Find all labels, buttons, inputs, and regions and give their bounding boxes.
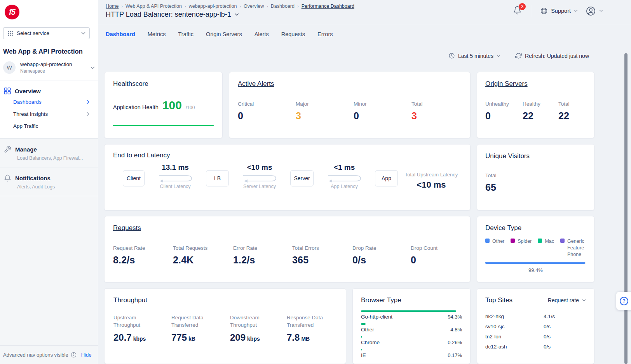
error-rate-label: Error Rate bbox=[233, 245, 292, 251]
title-chevron-down-icon[interactable] bbox=[235, 13, 239, 16]
downstream-throughput-metric: Downstream Throughput 209kbps bbox=[230, 313, 287, 343]
refresh-label: Refresh: Updated just now bbox=[525, 53, 589, 59]
total-servers-label: Total bbox=[558, 101, 586, 107]
device-type-title: Device Type bbox=[485, 224, 586, 232]
server-node: Server bbox=[290, 170, 314, 186]
total-requests-value: 2.4K bbox=[173, 254, 233, 266]
overview-label: Overview bbox=[15, 88, 41, 94]
vertical-scrollbar[interactable] bbox=[624, 53, 628, 364]
notifications-label: Notifications bbox=[15, 175, 51, 181]
select-service-label: Select service bbox=[17, 30, 49, 36]
refresh-button[interactable]: Refresh: Updated just now bbox=[515, 52, 589, 59]
upstream-throughput-metric: Upstream Throughput 20.7kbps bbox=[113, 313, 171, 343]
tab-alerts[interactable]: Alerts bbox=[254, 31, 269, 40]
critical-alerts-metric: Critical 0 bbox=[238, 101, 296, 122]
help-button[interactable]: ? bbox=[616, 292, 631, 310]
sidebar-item-overview[interactable]: Overview bbox=[0, 86, 98, 96]
account-menu-button[interactable] bbox=[586, 6, 603, 16]
support-menu-button[interactable]: Support bbox=[540, 7, 578, 15]
notifications-bell-button[interactable]: 3 bbox=[513, 6, 524, 16]
total-upstream-latency-value: <10 ms bbox=[404, 180, 458, 190]
tab-origin-servers[interactable]: Origin Servers bbox=[206, 31, 242, 40]
main-content: Home › Web App & API Protection › webapp… bbox=[98, 0, 631, 364]
top-sites-sort-dropdown[interactable]: Request rate bbox=[548, 297, 586, 303]
critical-label: Critical bbox=[238, 101, 296, 107]
response-data-metric: Response Data Transferred 7.8MB bbox=[287, 313, 337, 343]
sidebar-item-threat-insights[interactable]: Threat Insights bbox=[0, 108, 98, 120]
health-progress-track bbox=[113, 125, 214, 126]
breadcrumb-overview[interactable]: Overview bbox=[244, 3, 264, 9]
manage-subtitle: Load Balancers, App Firewal... bbox=[17, 155, 94, 161]
sort-label: Request rate bbox=[548, 297, 579, 303]
chevron-down-icon bbox=[497, 55, 500, 57]
server-latency-hop: <10 ms Server Latency bbox=[229, 163, 290, 189]
sidebar-item-dashboards[interactable]: Dashboards bbox=[0, 96, 98, 108]
visitors-total-value: 65 bbox=[485, 182, 586, 193]
minor-label: Minor bbox=[354, 101, 411, 107]
time-range-label: Last 5 minutes bbox=[458, 53, 493, 59]
sidebar-item-manage[interactable]: Manage Load Balancers, App Firewal... bbox=[0, 139, 98, 167]
breadcrumb-namespace[interactable]: webapp-api-protection bbox=[189, 3, 237, 9]
client-node: Client bbox=[123, 170, 145, 186]
select-service-dropdown[interactable]: Select service bbox=[3, 27, 90, 39]
request-rate-value: 8.2/s bbox=[113, 254, 173, 266]
total-upstream-latency: Total Upstream Latency <10 ms bbox=[404, 172, 458, 190]
healthy-value: 22 bbox=[523, 110, 558, 122]
breadcrumb-waap[interactable]: Web App & API Protection bbox=[126, 3, 182, 9]
top-sites-title: Top Sites bbox=[485, 296, 512, 304]
device-type-bar-track bbox=[485, 262, 586, 264]
device-type-card: Device Type Other Spider Mac Generic Fea… bbox=[477, 216, 594, 282]
tab-errors[interactable]: Errors bbox=[317, 31, 333, 40]
tab-requests[interactable]: Requests bbox=[281, 31, 305, 40]
app-latency-label: App Latency bbox=[331, 184, 358, 189]
drop-count-value: 0 bbox=[411, 254, 462, 266]
sidebar-item-app-traffic[interactable]: App Traffic bbox=[0, 120, 98, 132]
health-score-value: 100 bbox=[162, 99, 182, 112]
tab-dashboard[interactable]: Dashboard bbox=[106, 31, 135, 40]
breadcrumb-home[interactable]: Home bbox=[106, 3, 119, 9]
product-title: Web App & API Protection bbox=[0, 39, 98, 55]
chevron-down-icon bbox=[91, 66, 95, 69]
throughput-card: Throughput Upstream Throughput 20.7kbps … bbox=[104, 288, 346, 364]
unique-visitors-title: Unique Visitors bbox=[485, 152, 586, 160]
threat-insights-label: Threat Insights bbox=[13, 111, 48, 117]
page-tabs: Dashboard Metrics Traffic Origin Servers… bbox=[106, 31, 333, 40]
healthscore-title: Healthscore bbox=[113, 80, 214, 88]
breadcrumb-separator: › bbox=[297, 4, 299, 9]
hide-advanced-nav-link[interactable]: Hide bbox=[81, 352, 92, 358]
origin-servers-title-link[interactable]: Origin Servers bbox=[485, 80, 586, 88]
lb-node: LB bbox=[206, 170, 229, 186]
application-health-label: Application Health bbox=[113, 104, 159, 110]
app-traffic-label: App Traffic bbox=[13, 123, 38, 129]
app-node: App bbox=[375, 170, 398, 186]
tab-traffic[interactable]: Traffic bbox=[178, 31, 193, 40]
total-requests-metric: Total Requests 2.4K bbox=[173, 245, 233, 266]
namespace-switcher[interactable]: W webapp-api-protection Namespace bbox=[3, 61, 95, 80]
end-to-end-latency-card: End to end Latency Client 13.1 ms Client… bbox=[104, 144, 471, 211]
site-row-dc12-ash: dc12-ash0/s bbox=[485, 341, 586, 352]
latency-title: End to end Latency bbox=[113, 152, 462, 159]
site-row-sv10-sjc: sv10-sjc0/s bbox=[485, 321, 586, 331]
requests-title-link[interactable]: Requests bbox=[113, 224, 462, 232]
sidebar-item-notifications[interactable]: Notifications Alerts, Audit Logs bbox=[0, 167, 98, 196]
time-range-selector[interactable]: Last 5 minutes bbox=[448, 52, 500, 59]
total-upstream-latency-label: Total Upstream Latency bbox=[404, 172, 458, 178]
chevron-down-icon bbox=[599, 10, 603, 12]
drop-count-label: Drop Count bbox=[411, 245, 462, 251]
client-latency-label: Client Latency bbox=[160, 184, 190, 189]
notifications-subtitle: Alerts, Audit Logs bbox=[17, 184, 94, 190]
device-type-percentage: 99.4% bbox=[477, 267, 594, 273]
app-latency-hop: <1 ms App Latency bbox=[314, 163, 375, 189]
drop-rate-metric: Drop Rate 0/s bbox=[352, 245, 411, 266]
downstream-throughput-value: 209kbps bbox=[230, 332, 287, 343]
question-mark-icon: ? bbox=[620, 297, 628, 305]
app-latency-value: <1 ms bbox=[334, 163, 355, 173]
error-rate-value: 1.2/s bbox=[233, 254, 292, 266]
tab-metrics[interactable]: Metrics bbox=[148, 31, 166, 40]
active-alerts-card: Active Alerts Critical 0 Major 3 Minor 0… bbox=[229, 72, 471, 138]
f5-logo[interactable]: f5 bbox=[5, 5, 19, 19]
active-alerts-title-link[interactable]: Active Alerts bbox=[238, 80, 462, 88]
legend-item-generic-feature-phone: Generic Feature Phone bbox=[560, 238, 581, 258]
breadcrumb-dashboard[interactable]: Dashboard bbox=[271, 3, 295, 9]
breadcrumb-performance-dashboard[interactable]: Performance Dashboard bbox=[302, 3, 354, 9]
